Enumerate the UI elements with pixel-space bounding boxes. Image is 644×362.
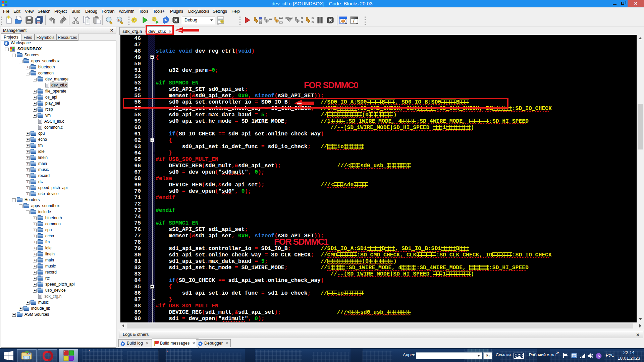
svg-text:i: i bbox=[353, 18, 355, 23]
svg-text:R: R bbox=[118, 18, 121, 22]
